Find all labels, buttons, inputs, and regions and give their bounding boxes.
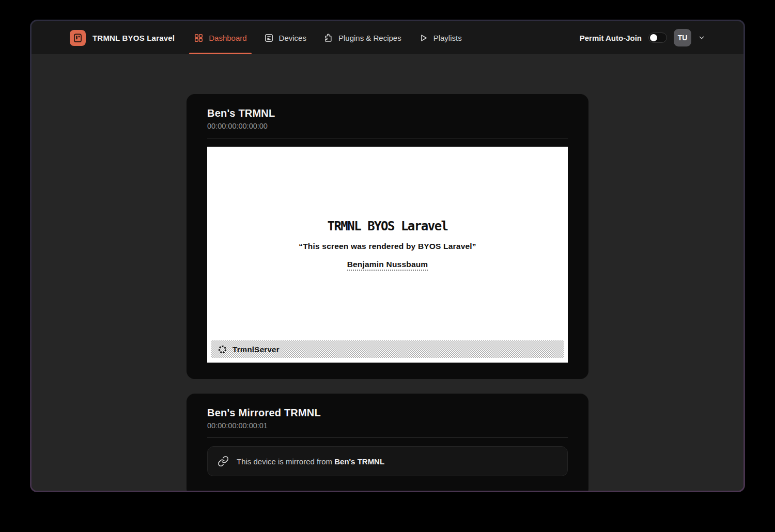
plugin-label: TrmnlServer <box>233 345 280 354</box>
brand-title: TRMNL BYOS Laravel <box>92 34 175 42</box>
device-card-bens-trmnl: Ben's TRMNL 00:00:00:00:00:00 TRMNL BYOS… <box>187 94 588 379</box>
toggle-knob <box>650 34 657 41</box>
eink-screen-preview: TRMNL BYOS Laravel “This screen was rend… <box>207 147 568 363</box>
trmnl-logo-icon <box>70 30 86 46</box>
tab-label: Devices <box>279 34 306 42</box>
device-mac-address: 00:00:00:00:00:00 <box>207 122 568 130</box>
screen-author: Benjamin Nussbaum <box>347 260 428 271</box>
tab-devices[interactable]: Devices <box>259 21 311 54</box>
tab-dashboard[interactable]: Dashboard <box>189 21 251 54</box>
puzzle-icon <box>323 33 333 43</box>
permit-auto-join-toggle[interactable] <box>648 33 667 43</box>
tab-playlists[interactable]: Playlists <box>414 21 467 54</box>
device-mac-address: 00:00:00:00:00:01 <box>207 421 568 430</box>
screen-title: TRMNL BYOS Laravel <box>207 147 568 233</box>
device-card-bens-mirrored-trmnl: Ben's Mirrored TRMNL 00:00:00:00:00:01 T… <box>187 394 588 491</box>
app-window: TRMNL BYOS Laravel Dashboard <box>32 21 743 491</box>
divider <box>207 437 568 438</box>
user-avatar[interactable]: TU <box>674 29 691 46</box>
plugin-title-bar: TrmnlServer <box>211 340 564 358</box>
mirror-source-device: Ben's TRMNL <box>334 457 384 466</box>
avatar-initials: TU <box>678 34 688 42</box>
mirror-message-text: This device is mirrored from <box>237 457 334 466</box>
nav-tabs: Dashboard Devices <box>189 21 474 54</box>
play-icon <box>419 33 428 43</box>
tab-label: Playlists <box>433 34 462 42</box>
device-name: Ben's Mirrored TRMNL <box>207 407 568 419</box>
nav-right: Permit Auto-Join TU <box>580 21 705 54</box>
mirror-message: This device is mirrored from Ben's TRMNL <box>237 457 384 466</box>
app-window-frame: TRMNL BYOS Laravel Dashboard <box>30 20 745 492</box>
brand: TRMNL BYOS Laravel <box>70 21 175 54</box>
screen-quote: “This screen was rendered by BYOS Larave… <box>207 242 568 251</box>
link-icon <box>218 456 229 467</box>
permit-auto-join-label: Permit Auto-Join <box>580 34 642 42</box>
device-list-icon <box>264 33 274 43</box>
spinner-icon <box>218 345 227 354</box>
dashboard-content: Ben's TRMNL 00:00:00:00:00:00 TRMNL BYOS… <box>32 54 743 491</box>
chevron-down-icon[interactable] <box>698 34 705 41</box>
device-name: Ben's TRMNL <box>207 107 568 119</box>
top-nav: TRMNL BYOS Laravel Dashboard <box>32 21 743 54</box>
tab-label: Plugins & Recipes <box>338 34 401 42</box>
divider <box>207 138 568 138</box>
mirrored-device-notice: This device is mirrored from Ben's TRMNL <box>207 446 568 476</box>
tab-label: Dashboard <box>209 34 246 42</box>
tab-plugins-recipes[interactable]: Plugins & Recipes <box>319 21 406 54</box>
grid-icon <box>194 33 204 43</box>
